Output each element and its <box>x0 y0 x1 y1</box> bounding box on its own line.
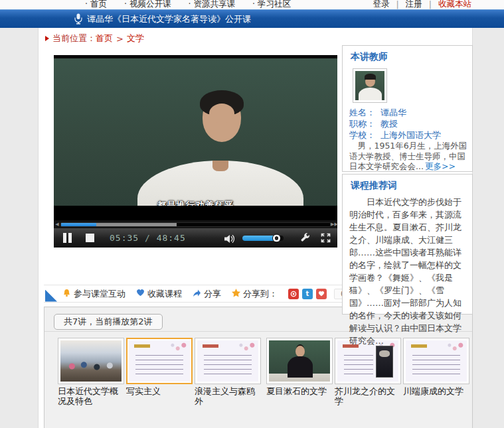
book-cover <box>376 346 393 378</box>
stop-button[interactable] <box>86 234 94 242</box>
teacher-name-row: 姓名：谭晶华 <box>349 107 441 118</box>
video-screen[interactable]: 都是推行劝善惩恶 <box>54 58 337 206</box>
breadcrumb-category-link[interactable]: 文学 <box>127 33 144 44</box>
page: ·首页 ·视频公开课 ·资源共享课 ·学习社区 登录 | 注册 | 收藏本站 谭… <box>0 0 504 428</box>
video-player: 都是推行劝善惩恶 ◀ ▶▶ 05:35 / 48:45 <box>54 55 337 248</box>
renren-share-icon[interactable] <box>316 289 327 299</box>
nav-item-shared-resources[interactable]: ·资源共享课 <box>188 0 234 9</box>
breadcrumb: 当前位置： 首页 > 文学 <box>45 33 144 44</box>
current-time: 05:35 <box>110 233 139 243</box>
share-to-label: 分享到： <box>232 288 278 300</box>
time-display: 05:35 / 48:45 <box>110 233 186 243</box>
interact-link[interactable]: 参与课堂互动 <box>62 288 126 300</box>
video-subtitle: 都是推行劝善惩恶 <box>54 200 337 206</box>
heart-icon <box>136 289 145 299</box>
lecture-item-5[interactable]: 芥川龙之介的文学 <box>335 338 402 406</box>
arrow-icon <box>45 36 49 41</box>
lecture-thumbnail <box>58 338 124 384</box>
volume-knob[interactable] <box>272 234 281 243</box>
favorite-site-link[interactable]: 收藏本站 <box>438 0 471 9</box>
pause-button[interactable] <box>63 233 74 243</box>
breadcrumb-home-link[interactable]: 首页 <box>96 33 113 44</box>
teacher-name-link[interactable]: 谭晶华 <box>380 107 406 117</box>
lecture-thumbnail <box>266 338 333 384</box>
seek-track[interactable] <box>60 222 331 227</box>
star-icon <box>232 289 240 299</box>
lecture-thumbnail-active <box>126 338 193 384</box>
settings-icon[interactable] <box>300 233 310 246</box>
teacher-panel-title: 本讲教师 <box>343 46 472 63</box>
login-link[interactable]: 登录 <box>373 0 390 9</box>
teacher-bio: 男，1951年6月生，上海外国语大学教授、博士生导师，中国日本文学研究会会...… <box>349 141 467 172</box>
teacher-more-link[interactable]: 更多>> <box>425 161 456 171</box>
content-area: 当前位置： 首页 > 文学 都是推行劝善惩恶 ◀ ▶▶ <box>38 28 473 428</box>
teacher-avatar[interactable] <box>353 68 387 103</box>
total-duration: 48:45 <box>157 233 186 243</box>
nav-item-open-courses[interactable]: ·视频公开课 <box>124 0 171 9</box>
seek-forward-icon[interactable]: ▶▶ <box>331 222 337 227</box>
lecturer-head <box>203 96 241 142</box>
breadcrumb-label: 当前位置： <box>52 33 96 44</box>
register-link[interactable]: 注册 <box>406 0 422 9</box>
divider: | <box>429 0 432 9</box>
fullscreen-icon[interactable] <box>321 233 331 246</box>
nav-item-home[interactable]: ·首页 <box>85 0 107 9</box>
lecture-title: 芥川龙之介的文学 <box>335 386 401 406</box>
volume-fill <box>242 236 276 241</box>
recommend-panel-title: 课程推荐词 <box>343 175 472 192</box>
microphone-icon <box>74 13 82 25</box>
lecture-item-4[interactable]: 夏目漱石的文学 <box>266 338 333 396</box>
lecture-title: 夏目漱石的文学 <box>266 386 333 396</box>
volume-slider[interactable] <box>242 236 284 241</box>
share-arrow-icon <box>193 289 201 299</box>
nav-item-learning-community[interactable]: ·学习社区 <box>252 0 291 9</box>
teacher-panel: 本讲教师 姓名：谭晶华 职称：教授 学校：上海外国语大学 男，1951年6月生，… <box>342 45 473 172</box>
divider: | <box>396 0 399 9</box>
collect-course-link[interactable]: 收藏课程 <box>136 288 182 300</box>
teacher-title-row: 职称：教授 <box>349 118 441 129</box>
lecture-item-3[interactable]: 浪漫主义与森鸥外 <box>195 338 262 406</box>
teacher-school-link[interactable]: 上海外国语大学 <box>380 130 441 140</box>
lecture-title: 写实主义 <box>126 386 193 396</box>
teacher-info: 姓名：谭晶华 职称：教授 学校：上海外国语大学 <box>349 107 441 141</box>
breadcrumb-separator: > <box>116 34 124 44</box>
lecture-item-1[interactable]: 日本近代文学概况及特色 <box>58 338 125 406</box>
seek-progress <box>61 223 96 226</box>
lecture-title: 日本近代文学概况及特色 <box>58 386 124 406</box>
top-nav: ·首页 ·视频公开课 ·资源共享课 ·学习社区 登录 | 注册 | 收藏本站 <box>0 0 504 9</box>
lecture-title: 川端康成的文学 <box>403 386 469 396</box>
volume-icon[interactable] <box>224 234 236 246</box>
corner-triangle <box>45 290 57 302</box>
lecture-thumbnail <box>195 338 261 384</box>
seek-back-icon[interactable]: ◀ <box>54 222 60 227</box>
recommend-panel: 课程推荐词 日本近代文学的步伐始于明治时代，百多年来，其源流生生不息。夏目漱石、… <box>342 174 473 315</box>
weibo-share-icon[interactable] <box>288 289 299 299</box>
course-title: 谭晶华《日本近代文学家名著导读》公开课 <box>87 13 251 25</box>
recommend-text: 日本近代文学的步伐始于明治时代，百多年来，其源流生生不息。夏目漱石、芥川龙之介、… <box>343 192 472 347</box>
teacher-title-link[interactable]: 教授 <box>380 119 398 129</box>
share-link[interactable]: 分享 <box>193 288 221 300</box>
lecturer-figure <box>137 161 303 206</box>
teacher-school-row: 学校：上海外国语大学 <box>349 129 441 141</box>
course-title-bar: 谭晶华《日本近代文学家名著导读》公开课 <box>0 9 504 28</box>
lecture-counter-badge: 共7讲，当前播放第2讲 <box>54 314 163 330</box>
lecture-title: 浪漫主义与森鸥外 <box>195 386 261 406</box>
player-controls: 05:35 / 48:45 <box>54 228 337 248</box>
bell-icon <box>62 289 71 299</box>
seek-bar[interactable]: ◀ ▶▶ <box>54 220 337 228</box>
tencent-share-icon[interactable]: t <box>302 289 313 299</box>
lecture-item-2-active[interactable]: 写实主义 <box>126 338 193 396</box>
